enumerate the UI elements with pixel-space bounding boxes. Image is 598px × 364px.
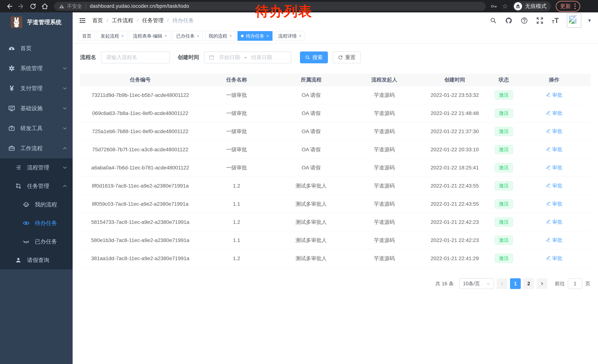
browser-home-button[interactable] (40, 1, 50, 11)
edit-pencil-icon (546, 93, 551, 97)
next-page-button[interactable] (537, 278, 548, 289)
sidebar-item-infrastructure[interactable]: 基础设施 (0, 98, 73, 118)
cell-status: 激活 (490, 249, 517, 267)
edit-pencil-icon (546, 147, 551, 152)
security-label[interactable]: 不安全 (67, 3, 82, 10)
avatar-dropdown-caret[interactable]: ▼ (587, 18, 592, 23)
tag-tab-form-edit[interactable]: 流程表单-编辑× (130, 31, 170, 41)
sidebar-item-label: 请假查询 (27, 256, 49, 264)
app-title: 芋道管理系统 (27, 18, 61, 26)
tag-tab-home[interactable]: 首页 (79, 31, 95, 41)
browser-update-button[interactable]: 更新 (556, 1, 580, 12)
kebab-menu-icon[interactable] (574, 3, 576, 9)
sidebar-item-my-process[interactable]: 我的流程 (0, 195, 73, 214)
cell-initiator: 芋道源码 (349, 104, 419, 122)
page-button-2[interactable]: 2 (523, 278, 534, 289)
sidebar-item-dev-tools[interactable]: 研发工具 (0, 118, 73, 138)
approve-link[interactable]: 审批 (546, 92, 562, 98)
approve-label: 审批 (552, 110, 562, 116)
page-button-1[interactable]: 1 (510, 278, 521, 289)
table-row: 8f059c03-7ac8-11ec-a9e2-a2380e71991a 1.1… (80, 195, 591, 213)
tag-tab-done-tasks[interactable]: 已办任务× (173, 31, 203, 41)
status-badge: 激活 (495, 109, 513, 118)
search-icon[interactable] (490, 17, 497, 24)
tag-tab-my-process[interactable]: 我的流程× (205, 31, 235, 41)
cell-task-name: 一级审批 (200, 159, 273, 177)
search-button[interactable]: 搜索 (300, 51, 328, 63)
browser-forward-button[interactable] (16, 1, 26, 11)
tag-tab-process-detail[interactable]: 流程详情× (275, 31, 305, 41)
sidebar-collapse-button[interactable] (79, 17, 86, 24)
browser-reload-button[interactable] (28, 1, 38, 11)
avatar[interactable] (567, 13, 581, 28)
approve-link[interactable]: 审批 (546, 237, 562, 243)
browser-toolbar: 不安全 dashboard.yudao.iocoder.cn/bpm/task/… (0, 0, 598, 12)
date-range-input[interactable]: 开始日期 - 结束日期 (204, 51, 291, 63)
sidebar-item-task-management[interactable]: 任务管理 (0, 177, 73, 195)
prev-page-button[interactable] (497, 278, 507, 289)
breadcrumb-workflow[interactable]: 工作流程 (112, 17, 133, 24)
broken-image-icon (569, 15, 578, 25)
sidebar-item-done-tasks[interactable]: 已办任务 (0, 232, 73, 251)
page-content: 流程名 请输入流程名 创建时间 开始日期 - 结束日期 搜索 重置 (73, 43, 598, 289)
page-url[interactable]: dashboard.yudao.iocoder.cn/bpm/task/todo (90, 3, 189, 9)
app-logo-row[interactable]: 芋道管理系统 (0, 12, 73, 32)
approve-label: 审批 (552, 164, 562, 171)
cell-initiator: 芋道源码 (349, 86, 419, 104)
reset-button[interactable]: 重置 (333, 51, 361, 63)
cell-created: 2022-01-22 18:25:41 (419, 159, 490, 177)
font-size-icon[interactable]: TT (552, 17, 559, 24)
table-body: 73211d9d-7b9b-11ec-b5b7-acde48001122 一级审… (80, 86, 591, 267)
github-icon[interactable] (505, 17, 512, 24)
approve-link[interactable]: 审批 (546, 219, 562, 225)
breadcrumb-task-management[interactable]: 任务管理 (142, 17, 164, 24)
cell-created: 2022-01-21 22:41:29 (419, 249, 490, 267)
sidebar-item-home[interactable]: 首页 (0, 38, 73, 58)
cell-task-name: 1.2 (200, 249, 273, 267)
address-divider (86, 4, 86, 9)
bookmark-star-icon[interactable]: ☆ (502, 3, 508, 10)
tag-tab-start-process[interactable]: 发起流程× (97, 31, 127, 41)
sidebar-item-leave-query[interactable]: 请假查询 (0, 251, 73, 269)
filter-bar: 流程名 请输入流程名 创建时间 开始日期 - 结束日期 搜索 重置 (80, 51, 591, 63)
edit-pencil-icon (546, 165, 551, 170)
sidebar-item-system[interactable]: 系统管理 (0, 58, 73, 78)
cell-action: 审批 (517, 140, 591, 159)
page-size-select[interactable]: 10条/页 (459, 278, 494, 289)
close-icon[interactable]: × (266, 33, 269, 38)
approve-link[interactable]: 审批 (546, 146, 562, 153)
close-icon[interactable]: × (197, 33, 199, 38)
breadcrumb-home[interactable]: 首页 (92, 17, 103, 24)
close-icon[interactable]: × (165, 33, 167, 38)
approve-link[interactable]: 审批 (546, 110, 562, 116)
fullscreen-icon[interactable] (536, 17, 544, 24)
sidebar-item-workflow[interactable]: 工作流程 (0, 138, 73, 158)
status-badge: 激活 (495, 199, 513, 209)
tag-tab-todo-tasks[interactable]: 待办任务× (238, 31, 273, 41)
sidebar-item-todo-tasks[interactable]: 待办任务 (0, 214, 73, 232)
close-icon[interactable]: × (229, 33, 232, 38)
address-bar[interactable]: 不安全 dashboard.yudao.iocoder.cn/bpm/task/… (54, 2, 486, 11)
cell-status: 激活 (490, 86, 517, 104)
goto-page-input[interactable]: 1 (568, 278, 582, 289)
toolbox-icon (8, 125, 15, 132)
cell-task-name: 1.2 (200, 213, 273, 231)
close-icon[interactable]: × (299, 33, 301, 38)
goto-unit: 页 (585, 280, 590, 287)
sidebar-item-process-management[interactable]: 流程管理 (0, 158, 73, 177)
table-row: 725a1eb6-7b88-11ec-8ef0-acde48001122 一级审… (80, 122, 591, 140)
approve-link[interactable]: 审批 (546, 164, 562, 171)
approve-link[interactable]: 审批 (546, 255, 562, 262)
approve-link[interactable]: 审批 (546, 182, 562, 189)
close-icon[interactable]: × (121, 33, 124, 38)
sidebar-item-payment[interactable]: ¥ 支付管理 (0, 78, 73, 98)
approve-link[interactable]: 审批 (546, 201, 562, 207)
logo-image (11, 16, 22, 28)
process-name-input[interactable]: 请输入流程名 (101, 51, 170, 63)
help-icon[interactable] (521, 17, 528, 24)
end-date-placeholder: 结束日期 (251, 54, 272, 61)
approve-link[interactable]: 审批 (546, 128, 562, 135)
edit-pencil-icon (546, 238, 551, 242)
browser-back-button[interactable] (4, 1, 15, 11)
password-key-icon[interactable] (490, 3, 497, 10)
